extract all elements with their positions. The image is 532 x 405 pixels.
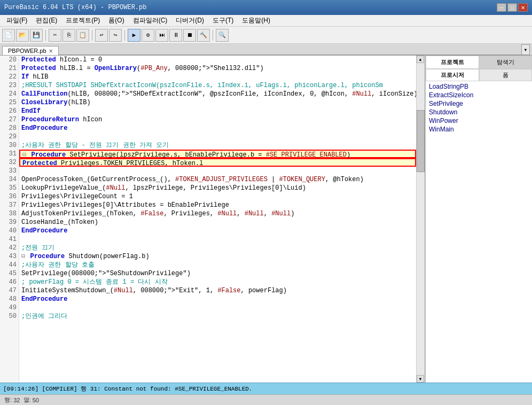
menu-edit[interactable]: 편집(E) xyxy=(32,15,61,26)
close-button[interactable]: ✕ xyxy=(518,3,528,12)
code-line-20[interactable]: Protected hIcon.l = 0 xyxy=(19,56,416,64)
line-number-39: 39 xyxy=(0,218,19,227)
pause-button[interactable]: ⏸ xyxy=(169,29,182,42)
error-text: [09:14:26] [COMPILER] 행 31: Constant not… xyxy=(3,385,252,393)
tab-form[interactable]: 폼 xyxy=(479,69,533,81)
undo-button[interactable]: ↩ xyxy=(95,29,108,42)
menu-compiler[interactable]: 컴파일러(C) xyxy=(129,15,172,26)
code-line-30[interactable]: ;사용자 권한 할당 - 전원 끄기 권한 가져 오기 xyxy=(19,141,416,150)
debug-button[interactable]: ⚙ xyxy=(142,29,154,42)
line-number-41: 41 xyxy=(0,235,19,244)
code-line-31[interactable]: ⊟ Procedure SetPrivilege(lpszPrivilege.s… xyxy=(19,150,416,158)
menu-project[interactable]: 프로젝트(P) xyxy=(61,15,104,26)
find-button[interactable]: 🔍 xyxy=(216,29,229,42)
code-line-25[interactable]: CloseLibrary(hLIB) xyxy=(19,98,416,107)
redo-button[interactable]: ↪ xyxy=(109,29,122,42)
line-number-26: 26 xyxy=(0,107,19,115)
scroll-up-arrow[interactable]: ▲ xyxy=(417,56,424,63)
scroll-track[interactable] xyxy=(417,63,425,375)
tab-close-icon[interactable]: ✕ xyxy=(49,48,53,54)
code-line-26[interactable]: EndIf xyxy=(19,107,416,115)
code-line-37[interactable]: Privileges\Privileges[0]\Attributes = bE… xyxy=(19,201,416,209)
procedure-item-4[interactable]: WinPower xyxy=(427,116,531,125)
line-number-29: 29 xyxy=(0,133,19,141)
code-line-42[interactable]: ;전원 끄기 xyxy=(19,244,416,252)
code-line-46[interactable]: ; powerFlag 0 = 시스템 종료 1 = 다시 시작 xyxy=(19,278,416,286)
editor-tab[interactable]: PBPOWER.pb ✕ xyxy=(2,46,59,55)
code-line-38[interactable]: AdjustTokenPrivileges_(hToken, #False, P… xyxy=(19,209,416,218)
code-line-27[interactable]: ProcedureReturn hIcon xyxy=(19,115,416,124)
code-line-43[interactable]: ⊟ Procedure Shutdown(powerFlag.b) xyxy=(19,252,416,261)
tab-label: PBPOWER.pb xyxy=(8,48,46,54)
procedure-item-1[interactable]: ExtractSizeIcon xyxy=(427,91,531,99)
run-button[interactable]: ▶ xyxy=(128,29,140,42)
code-line-33[interactable] xyxy=(19,167,416,175)
code-line-49[interactable] xyxy=(19,303,416,312)
tab-dropdown-button[interactable]: ▼ xyxy=(521,44,530,55)
code-line-39[interactable]: CloseHandle_(hToken) xyxy=(19,218,416,227)
save-button[interactable]: 💾 xyxy=(30,29,43,42)
tab-explorer[interactable]: 탐색기 xyxy=(479,56,533,69)
menu-help[interactable]: 도움말(H) xyxy=(238,15,275,26)
line-number-35: 35 xyxy=(0,184,19,192)
menu-form[interactable]: 폼(O) xyxy=(104,15,128,26)
code-editor[interactable]: 2021222324252627282930313233343536373839… xyxy=(0,56,425,383)
code-line-22[interactable]: If hLIB xyxy=(19,73,416,81)
code-line-24[interactable]: CallFunction(hLIB, 008000;">"SHDefExtrac… xyxy=(19,90,416,98)
procedure-item-2[interactable]: SetPrivilege xyxy=(427,99,531,108)
line-number-38: 38 xyxy=(0,209,19,218)
code-line-48[interactable]: EndProcedure xyxy=(19,295,416,303)
compile-button[interactable]: 🔨 xyxy=(197,29,210,42)
toolbar-separator-2 xyxy=(92,30,92,41)
line-number-23: 23 xyxy=(0,81,19,90)
code-line-45[interactable]: SetPrivilege(008000;">"SeShutdownPrivile… xyxy=(19,269,416,278)
scroll-thumb[interactable] xyxy=(417,110,425,173)
vertical-scrollbar[interactable]: ▲ ▼ xyxy=(416,56,425,383)
menu-debugger[interactable]: 디버거(D) xyxy=(171,15,208,26)
procedure-item-0[interactable]: LoadStringPB xyxy=(427,82,531,91)
procedure-list: LoadStringPBExtractSizeIconSetPrivilegeS… xyxy=(426,81,532,383)
copy-button[interactable]: ⎘ xyxy=(62,29,75,42)
line-number-37: 37 xyxy=(0,201,19,209)
code-line-28[interactable]: EndProcedure xyxy=(19,124,416,133)
line-number-25: 25 xyxy=(0,98,19,107)
line-number-42: 42 xyxy=(0,244,19,252)
line-number-32: 32 xyxy=(0,158,19,167)
menu-file[interactable]: 파일(F) xyxy=(2,15,32,26)
code-line-41[interactable] xyxy=(19,235,416,244)
code-line-21[interactable]: Protected hLIB.l = OpenLibrary(#PB_Any, … xyxy=(19,64,416,73)
tab-procedure[interactable]: 프로시저 xyxy=(426,69,479,81)
code-content[interactable]: Protected hIcon.l = 0 Protected hLIB.l =… xyxy=(19,56,416,383)
cut-button[interactable]: ✂ xyxy=(49,29,61,42)
code-line-32[interactable]: Protected Privileges.TOKEN_PRIVILEGES, h… xyxy=(19,158,416,167)
code-line-35[interactable]: LookupPrivilegeValue_(#Null, lpszPrivile… xyxy=(19,184,416,192)
menu-tools[interactable]: 도구(T) xyxy=(208,15,238,26)
tab-bar: PBPOWER.pb ✕ ▼ xyxy=(0,44,532,56)
paste-button[interactable]: 📋 xyxy=(76,29,89,42)
stop-button[interactable]: ⏹ xyxy=(183,29,196,42)
main-content: 2021222324252627282930313233343536373839… xyxy=(0,56,532,383)
maximize-button[interactable]: □ xyxy=(507,3,517,12)
code-line-29[interactable] xyxy=(19,133,416,141)
code-line-47[interactable]: InitiateSystemShutdown_(#Null, 008000;">… xyxy=(19,286,416,295)
code-line-40[interactable]: EndProcedure xyxy=(19,227,416,235)
tab-project[interactable]: 프로젝트 xyxy=(426,56,479,69)
line-number-30: 30 xyxy=(0,141,19,150)
col-value: 50 xyxy=(33,397,39,403)
step-button[interactable]: ⏭ xyxy=(155,29,168,42)
procedure-item-5[interactable]: WinMain xyxy=(427,125,531,134)
procedure-item-3[interactable]: Shutdown xyxy=(427,108,531,116)
new-button[interactable]: 📄 xyxy=(2,29,15,42)
open-button[interactable]: 📂 xyxy=(16,29,29,42)
minimize-button[interactable]: ─ xyxy=(497,3,506,12)
code-line-50[interactable]: ;인권에 그리다 xyxy=(19,312,416,321)
code-line-34[interactable]: OpenProcessToken_(GetCurrentProcess_(), … xyxy=(19,175,416,184)
scroll-down-arrow[interactable]: ▼ xyxy=(417,375,424,383)
code-line-36[interactable]: Privileges\PrivilegeCount = 1 xyxy=(19,192,416,201)
code-area: 2021222324252627282930313233343536373839… xyxy=(0,56,425,383)
menu-bar: 파일(F) 편집(E) 프로젝트(P) 폼(O) 컴파일러(C) 디버거(D) … xyxy=(0,15,532,27)
code-line-44[interactable]: ;사용자 권한 할당 호출 xyxy=(19,261,416,269)
line-number-33: 33 xyxy=(0,167,19,175)
line-number-34: 34 xyxy=(0,175,19,184)
code-line-23[interactable]: ;HRESULT SHSTDAPI SHDefExtractIconW(pszI… xyxy=(19,81,416,90)
